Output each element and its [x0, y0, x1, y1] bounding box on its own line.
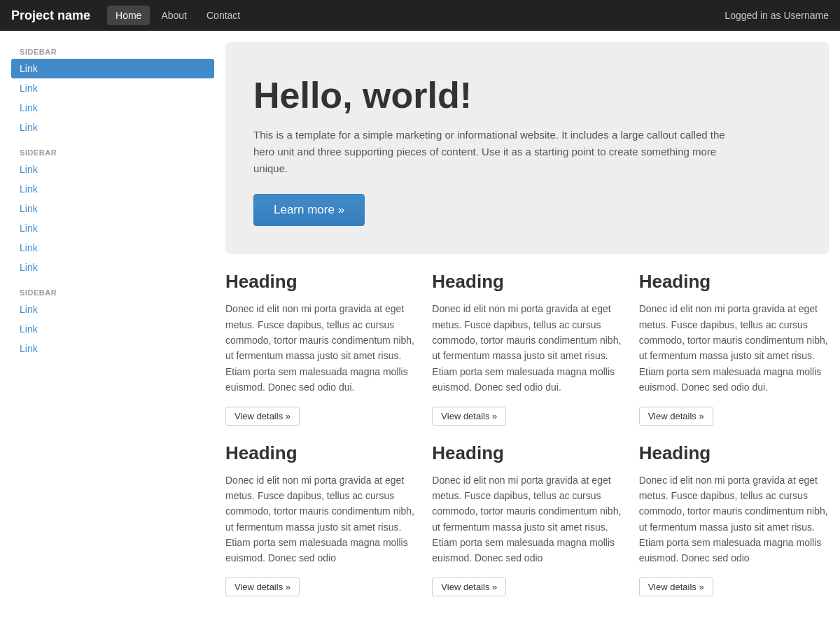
content-card-0: HeadingDonec id elit non mi porta gravid… [225, 271, 415, 425]
card-body-4: Donec id elit non mi porta gravida at eg… [432, 472, 622, 566]
card-body-3: Donec id elit non mi porta gravida at eg… [225, 472, 415, 566]
brand-name: Project name [11, 8, 90, 23]
nav-link-contact[interactable]: Contact [198, 6, 248, 25]
sidebar-section-label-2: SIDEBAR [11, 283, 214, 300]
nav-link-home[interactable]: Home [107, 6, 150, 25]
card-body-2: Donec id elit non mi porta gravida at eg… [639, 301, 829, 395]
view-details-button-1[interactable]: View details » [432, 407, 506, 426]
sidebar-link-1-5[interactable]: Link [11, 258, 214, 277]
content-card-3: HeadingDonec id elit non mi porta gravid… [225, 442, 415, 596]
sidebar-link-2-0[interactable]: Link [11, 300, 214, 319]
content-card-5: HeadingDonec id elit non mi porta gravid… [639, 442, 829, 596]
view-details-button-4[interactable]: View details » [432, 578, 506, 596]
sidebar-link-0-2[interactable]: Link [11, 98, 214, 118]
card-heading-5: Heading [639, 442, 829, 464]
nav-links: HomeAboutContact [107, 6, 724, 25]
main-content: Hello, world! This is a template for a s… [225, 42, 829, 596]
hero-section: Hello, world! This is a template for a s… [225, 42, 829, 254]
card-heading-4: Heading [432, 442, 622, 464]
content-card-1: HeadingDonec id elit non mi porta gravid… [432, 271, 622, 425]
sidebar-link-1-3[interactable]: Link [11, 218, 214, 238]
card-body-5: Donec id elit non mi porta gravida at eg… [639, 472, 829, 566]
view-details-button-0[interactable]: View details » [225, 407, 300, 426]
sidebar-link-0-3[interactable]: Link [11, 118, 214, 137]
sidebar-link-1-4[interactable]: Link [11, 238, 214, 258]
sidebar-link-2-1[interactable]: Link [11, 319, 214, 339]
sidebar-link-2-2[interactable]: Link [11, 339, 214, 358]
sidebar: SIDEBARLinkLinkLinkLinkSIDEBARLinkLinkLi… [11, 42, 214, 596]
card-heading-3: Heading [225, 442, 415, 464]
navbar: Project name HomeAboutContact Logged in … [0, 0, 840, 31]
sidebar-link-1-0[interactable]: Link [11, 160, 214, 179]
card-body-0: Donec id elit non mi porta gravida at eg… [225, 301, 415, 395]
sidebar-link-0-0[interactable]: Link [11, 59, 214, 78]
nav-link-about[interactable]: About [153, 6, 195, 25]
view-details-button-5[interactable]: View details » [639, 578, 713, 596]
page-layout: SIDEBARLinkLinkLinkLinkSIDEBARLinkLinkLi… [0, 31, 840, 608]
content-card-2: HeadingDonec id elit non mi porta gravid… [639, 271, 829, 425]
sidebar-section-label-1: SIDEBAR [11, 143, 214, 160]
card-heading-0: Heading [225, 271, 415, 293]
sidebar-section-label-0: SIDEBAR [11, 42, 214, 59]
user-info: Logged in as Username [724, 10, 829, 21]
content-grid: HeadingDonec id elit non mi porta gravid… [225, 271, 829, 596]
card-heading-2: Heading [639, 271, 829, 293]
sidebar-link-0-1[interactable]: Link [11, 78, 214, 98]
sidebar-link-1-2[interactable]: Link [11, 199, 214, 218]
view-details-button-2[interactable]: View details » [639, 407, 713, 426]
view-details-button-3[interactable]: View details » [225, 578, 300, 596]
learn-more-button[interactable]: Learn more » [253, 194, 365, 226]
card-body-1: Donec id elit non mi porta gravida at eg… [432, 301, 622, 395]
hero-heading: Hello, world! [253, 76, 801, 115]
sidebar-link-1-1[interactable]: Link [11, 179, 214, 199]
hero-body: This is a template for a simple marketin… [253, 127, 729, 177]
content-card-4: HeadingDonec id elit non mi porta gravid… [432, 442, 622, 596]
card-heading-1: Heading [432, 271, 622, 293]
